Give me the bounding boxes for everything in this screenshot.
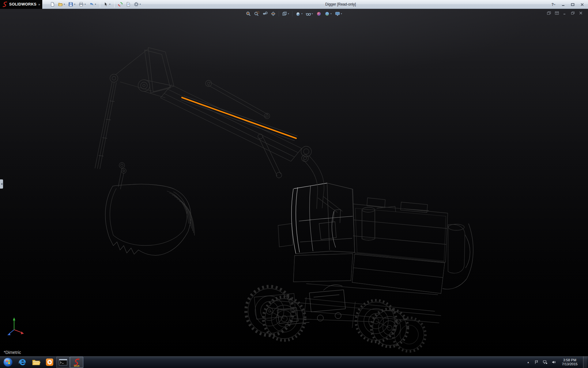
solidworks-window: SOLIDWORKS » ▼ ▼ ▼ ▼ (0, 0, 588, 368)
cab-wireframe[interactable] (292, 183, 355, 254)
section-view-icon (270, 11, 276, 17)
solidworks-logo: SOLIDWORKS » (0, 0, 42, 9)
doc-close-button[interactable] (578, 11, 584, 15)
display-style-caret[interactable]: ▼ (301, 13, 303, 15)
hide-show-items-button[interactable]: ▼ (305, 10, 314, 17)
command-prompt-window-icon (59, 359, 67, 366)
tile-windows-icon (555, 11, 559, 15)
section-view-button[interactable] (270, 10, 277, 17)
network-icon[interactable] (542, 359, 548, 365)
start-button[interactable] (0, 357, 16, 368)
view-orientation-label: *Dimetric (4, 350, 21, 355)
undo-icon (89, 2, 94, 7)
options-gear-icon (134, 2, 139, 7)
doc-cascade-button[interactable] (546, 11, 552, 15)
open-button[interactable]: ▼ (57, 1, 66, 8)
taskbar-windows-explorer[interactable] (29, 357, 43, 368)
feature-manager-collapsed-tab[interactable] (0, 179, 3, 189)
print-dropdown-caret[interactable]: ▼ (84, 3, 86, 5)
show-hidden-icons-button[interactable]: ▲ (526, 361, 531, 364)
doc-minimize-icon (563, 11, 567, 15)
hide-show-items-caret[interactable]: ▼ (311, 13, 313, 15)
taskbar-clock[interactable]: 3:58 PM 7/13/2015 (560, 358, 580, 366)
view-orientation-button[interactable]: ▼ (281, 10, 290, 17)
heads-up-view-toolbar: ▼ ▼ ▼ ▼ ▼ (245, 10, 343, 17)
taskbar-internet-explorer[interactable] (16, 357, 29, 368)
menu-expand-chevron[interactable]: » (38, 2, 40, 6)
print-icon (79, 2, 84, 7)
taskbar-command-prompt[interactable] (56, 357, 70, 368)
previous-view-button[interactable] (261, 10, 269, 17)
view-orientation-icon (282, 11, 287, 17)
display-style-button[interactable]: ▼ (294, 10, 304, 17)
solidworks-logo-text: SOLIDWORKS (9, 2, 36, 6)
save-button[interactable]: ▼ (67, 1, 77, 8)
file-properties-button[interactable] (125, 1, 132, 8)
clock-time: 3:58 PM (562, 358, 578, 362)
taskbar-solidworks-2015[interactable]: 2015 (70, 357, 83, 368)
zoom-to-fit-icon (246, 11, 251, 17)
view-settings-caret[interactable]: ▼ (341, 13, 342, 15)
doc-minimize-button[interactable] (562, 11, 568, 15)
undo-dropdown-caret[interactable]: ▼ (95, 3, 96, 5)
bucket-wireframe[interactable] (105, 184, 194, 255)
edit-appearance-button[interactable] (315, 10, 322, 17)
toolbar-separator (114, 1, 115, 7)
document-window-controls (546, 11, 584, 15)
boom-arm-wireframe[interactable] (110, 48, 342, 213)
save-dropdown-caret[interactable]: ▼ (74, 3, 76, 5)
select-button[interactable]: ▼ (103, 1, 112, 8)
show-desktop-button[interactable] (583, 356, 587, 368)
volume-icon[interactable] (551, 359, 556, 365)
headsup-separator (292, 11, 292, 17)
previous-view-icon (262, 11, 268, 17)
new-document-button[interactable] (49, 1, 56, 8)
title-bar: SOLIDWORKS » ▼ ▼ ▼ ▼ (0, 0, 588, 9)
select-dropdown-caret[interactable]: ▼ (109, 3, 111, 5)
apply-scene-caret[interactable]: ▼ (330, 13, 332, 15)
maximize-button[interactable] (568, 1, 577, 8)
apply-scene-button[interactable]: ▼ (323, 10, 333, 17)
view-settings-button[interactable]: ▼ (334, 10, 343, 17)
solidworks-logo-icon (2, 1, 8, 7)
open-icon (58, 2, 63, 7)
close-icon (580, 3, 584, 6)
toolbar-separator (100, 1, 100, 7)
media-player-icon (45, 358, 54, 366)
windows-taskbar: 2015 ▲ 3:58 PM 7/13/2015 (0, 356, 588, 368)
options-button[interactable]: ▼ (133, 1, 142, 8)
new-document-icon (50, 2, 55, 7)
select-cursor-icon (104, 2, 108, 7)
maximize-icon (571, 3, 575, 6)
wheels-wireframe[interactable] (246, 286, 425, 351)
taskbar-media-player[interactable] (43, 357, 56, 368)
solidworks-version-badge: 2015 (74, 365, 79, 367)
close-button[interactable] (578, 1, 586, 8)
digger-wireframe-model[interactable] (0, 9, 588, 356)
rebuild-button[interactable] (117, 1, 124, 8)
graphics-viewport[interactable]: ▼ ▼ ▼ ▼ ▼ (0, 9, 588, 356)
print-button[interactable]: ▼ (78, 1, 87, 8)
folder-icon (32, 358, 41, 367)
doc-tile-button[interactable] (554, 11, 560, 15)
help-dropdown-caret: ▼ (554, 4, 556, 6)
zoom-to-fit-button[interactable] (245, 10, 252, 17)
undo-button[interactable]: ▼ (88, 1, 97, 8)
windows-start-orb-icon (3, 357, 13, 367)
zoom-to-area-button[interactable] (253, 10, 260, 17)
help-button[interactable]: ? ▼ (549, 1, 558, 8)
open-dropdown-caret[interactable]: ▼ (63, 3, 65, 5)
doc-restore-button[interactable] (570, 11, 576, 15)
standard-toolbar: ▼ ▼ ▼ ▼ ▼ (42, 1, 142, 8)
view-orientation-caret[interactable]: ▼ (288, 13, 289, 15)
save-icon (68, 2, 73, 7)
minimize-icon (561, 3, 565, 6)
rebuild-icon (118, 2, 123, 7)
options-dropdown-caret[interactable]: ▼ (139, 3, 141, 5)
stick-arm-wireframe[interactable] (95, 82, 126, 189)
zoom-to-area-icon (254, 11, 259, 17)
action-center-icon[interactable] (534, 359, 539, 365)
view-settings-icon (335, 11, 340, 17)
minimize-button[interactable] (559, 1, 567, 8)
headsup-separator (279, 11, 279, 17)
